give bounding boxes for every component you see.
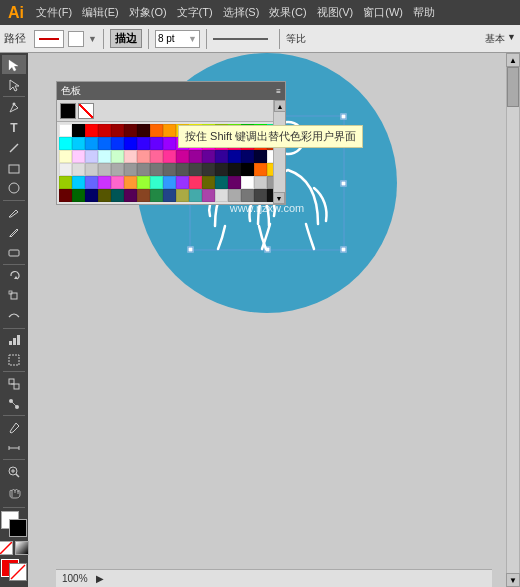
swatch-black[interactable] <box>72 124 85 137</box>
scroll-thumb[interactable] <box>507 67 519 107</box>
scroll-down-btn[interactable]: ▼ <box>506 573 520 587</box>
swatch[interactable] <box>163 163 176 176</box>
swatch[interactable] <box>202 124 215 137</box>
swatch[interactable] <box>150 124 163 137</box>
stroke-size-input[interactable]: ▼ <box>155 30 200 48</box>
rectangle-tool[interactable] <box>2 159 26 178</box>
swatch[interactable] <box>163 137 176 150</box>
swatch[interactable] <box>228 176 241 189</box>
pencil-tool[interactable] <box>2 223 26 242</box>
swatch[interactable] <box>150 176 163 189</box>
transform-tool[interactable] <box>2 374 26 393</box>
swatch[interactable] <box>241 163 254 176</box>
black-swatch-btn[interactable] <box>60 103 76 119</box>
swatch[interactable] <box>85 150 98 163</box>
swatch[interactable] <box>176 150 189 163</box>
swatch[interactable] <box>137 176 150 189</box>
paintbrush-tool[interactable] <box>2 203 26 222</box>
none-color-btn[interactable] <box>0 541 13 555</box>
stroke-mode-btn[interactable]: 描边 <box>110 29 142 48</box>
swatch[interactable] <box>98 137 111 150</box>
eraser-tool[interactable] <box>2 243 26 262</box>
swatch[interactable] <box>72 150 85 163</box>
swatch[interactable] <box>228 150 241 163</box>
swatch[interactable] <box>137 163 150 176</box>
stroke-size-arrow[interactable]: ▼ <box>188 34 197 44</box>
swatch[interactable] <box>111 150 124 163</box>
scroll-track[interactable] <box>507 67 519 573</box>
eyedropper-tool[interactable] <box>2 418 26 437</box>
swatch-red[interactable] <box>85 124 98 137</box>
swatch[interactable] <box>137 137 150 150</box>
swatch[interactable] <box>137 189 150 202</box>
swatch[interactable] <box>150 189 163 202</box>
swatch[interactable] <box>202 176 215 189</box>
scale-tool[interactable] <box>2 287 26 306</box>
swatch[interactable] <box>202 163 215 176</box>
swatch[interactable] <box>228 189 241 202</box>
swatch[interactable] <box>241 176 254 189</box>
swatch[interactable] <box>59 163 72 176</box>
menu-edit[interactable]: 编辑(E) <box>82 5 119 20</box>
dropdown-arrow[interactable]: ▼ <box>88 34 97 44</box>
swatch[interactable] <box>215 137 228 150</box>
color-panel-menu[interactable]: ≡ <box>276 87 281 96</box>
swatch[interactable] <box>72 176 85 189</box>
swatch[interactable] <box>215 176 228 189</box>
swatch[interactable] <box>85 189 98 202</box>
fill-square[interactable] <box>68 31 84 47</box>
artboard-tool[interactable] <box>2 350 26 369</box>
zoom-tool[interactable] <box>2 462 26 481</box>
stroke-size-field[interactable] <box>158 33 188 44</box>
swatch[interactable] <box>163 176 176 189</box>
swatch[interactable] <box>137 124 150 137</box>
scroll-up-btn[interactable]: ▲ <box>506 53 520 67</box>
vertical-scrollbar[interactable]: ▲ ▼ <box>506 53 520 587</box>
swatch[interactable] <box>111 124 124 137</box>
none-swatch-btn[interactable] <box>78 103 94 119</box>
swatch[interactable] <box>59 150 72 163</box>
menu-object[interactable]: 对象(O) <box>129 5 167 20</box>
swatch[interactable] <box>111 137 124 150</box>
swatch[interactable] <box>228 163 241 176</box>
swatch[interactable] <box>98 124 111 137</box>
swatch[interactable] <box>59 176 72 189</box>
swatch[interactable] <box>72 163 85 176</box>
swatch[interactable] <box>150 137 163 150</box>
swatch[interactable] <box>189 150 202 163</box>
swatch-green[interactable] <box>254 124 267 137</box>
swatch[interactable] <box>124 150 137 163</box>
swatch[interactable] <box>202 137 215 150</box>
swatch[interactable] <box>254 137 267 150</box>
swatch[interactable] <box>111 176 124 189</box>
hand-tool[interactable] <box>2 482 26 501</box>
swatch[interactable] <box>202 150 215 163</box>
swatch[interactable] <box>59 189 72 202</box>
swatch[interactable] <box>228 137 241 150</box>
swatch[interactable] <box>215 163 228 176</box>
swatch-magenta[interactable] <box>189 137 202 150</box>
swatch[interactable] <box>111 163 124 176</box>
swatch[interactable] <box>215 189 228 202</box>
swatch[interactable] <box>72 189 85 202</box>
measure-tool[interactable] <box>2 438 26 457</box>
fill-stroke-indicator[interactable] <box>1 511 27 537</box>
rotate-tool[interactable] <box>2 267 26 286</box>
swatch[interactable] <box>228 124 241 137</box>
swatch[interactable] <box>98 176 111 189</box>
workspace-arrow[interactable]: ▼ <box>507 32 516 46</box>
swatch[interactable] <box>85 163 98 176</box>
swatch-yellow[interactable] <box>189 124 202 137</box>
menu-effect[interactable]: 效果(C) <box>269 5 306 20</box>
swatch[interactable] <box>163 189 176 202</box>
swatch[interactable] <box>189 163 202 176</box>
stroke-preview[interactable] <box>34 30 64 48</box>
active-stroke-box[interactable] <box>9 563 27 581</box>
warp-tool[interactable] <box>2 307 26 326</box>
menu-type[interactable]: 文字(T) <box>177 5 213 20</box>
pen-tool[interactable] <box>2 99 26 118</box>
menu-window[interactable]: 窗口(W) <box>363 5 403 20</box>
swatch[interactable] <box>176 124 189 137</box>
swatch[interactable] <box>124 163 137 176</box>
swatch[interactable] <box>137 150 150 163</box>
